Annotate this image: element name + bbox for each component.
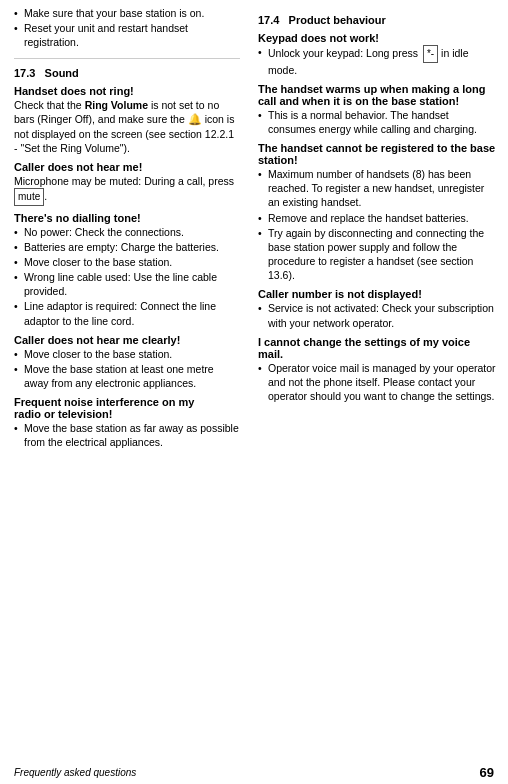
list-item: Service is not activated: Check your sub… <box>258 301 498 329</box>
list-item: Try again by disconnecting and connectin… <box>258 226 498 283</box>
right-column: 17.4 Product behaviour Keypad does not w… <box>248 0 508 784</box>
ring-volume-label: Ring Volume <box>85 99 148 111</box>
list-item: Operator voice mail is managed by your o… <box>258 361 498 404</box>
section-title: Sound <box>45 67 79 79</box>
no-dialling-tone-list: No power: Check the connections. Batteri… <box>14 225 240 328</box>
section-number: 17.3 <box>14 67 35 79</box>
list-item: Move the base station at least one metre… <box>14 362 240 390</box>
mute-button-icon: mute <box>14 188 44 206</box>
frequent-noise-heading-line1: Frequent noise interference on my <box>14 396 194 408</box>
intro-bullet-list: Make sure that your base station is on. … <box>14 6 240 50</box>
cannot-register-list: Maximum number of handsets (8) has been … <box>258 167 498 282</box>
handset-warms-list: This is a normal behavior. The handset c… <box>258 108 498 136</box>
caller-not-hear-heading: Caller does not hear me! <box>14 161 240 173</box>
list-item: This is a normal behavior. The handset c… <box>258 108 498 136</box>
keypad-body-pre: Unlock your keypad: Long press <box>268 47 418 59</box>
cannot-register-heading: The handset cannot be registered to the … <box>258 142 498 166</box>
left-column: Make sure that your base station is on. … <box>0 0 248 784</box>
list-item: No power: Check the connections. <box>14 225 240 239</box>
caller-not-hear-clearly-heading: Caller does not hear me clearly! <box>14 334 240 346</box>
list-item: Unlock your keypad: Long press *- in idl… <box>258 45 498 77</box>
list-item: Wrong line cable used: Use the line cabl… <box>14 270 240 298</box>
page-container: Make sure that your base station is on. … <box>0 0 508 784</box>
section-17-4-heading: 17.4 Product behaviour <box>258 14 498 26</box>
page-footer: Frequently asked questions 69 <box>0 765 508 780</box>
frequent-noise-list: Move the base station as far away as pos… <box>14 421 240 449</box>
section-17-3-heading: 17.3 Sound <box>14 67 240 79</box>
no-dialling-tone-heading: There's no dialling tone! <box>14 212 240 224</box>
ring-icon: 🔔 <box>188 113 202 125</box>
list-item: Make sure that your base station is on. <box>14 6 240 20</box>
frequent-noise-heading: Frequent noise interference on my radio … <box>14 396 240 420</box>
caller-not-hear-body: Microphone may be muted: During a call, … <box>14 174 240 206</box>
section-divider <box>14 58 240 59</box>
section-17-3: 17.3 Sound Handset does not ring! Check … <box>14 67 240 450</box>
footer-page-number: 69 <box>480 765 494 780</box>
voice-mail-list: Operator voice mail is managed by your o… <box>258 361 498 404</box>
keypad-not-work-heading: Keypad does not work! <box>258 32 498 44</box>
handset-not-ring-heading: Handset does not ring! <box>14 85 240 97</box>
list-item: Maximum number of handsets (8) has been … <box>258 167 498 210</box>
section-17-4-number: 17.4 <box>258 14 279 26</box>
list-item: Move closer to the base station. <box>14 347 240 361</box>
frequent-noise-heading-bold: radio or television! <box>14 408 112 420</box>
list-item: Move the base station as far away as pos… <box>14 421 240 449</box>
keypad-not-work-list: Unlock your keypad: Long press *- in idl… <box>258 45 498 77</box>
handset-warms-heading: The handset warms up when making a long … <box>258 83 498 107</box>
caller-not-displayed-list: Service is not activated: Check your sub… <box>258 301 498 329</box>
footer-left-text: Frequently asked questions <box>14 767 136 778</box>
handset-not-ring-body: Check that the Ring Volume is not set to… <box>14 98 240 155</box>
list-item: Line adaptor is required: Connect the li… <box>14 299 240 327</box>
list-item: Reset your unit and restart handset regi… <box>14 21 240 49</box>
list-item: Remove and replace the handset batteries… <box>258 211 498 225</box>
voice-mail-heading: I cannot change the settings of my voice… <box>258 336 498 360</box>
list-item: Batteries are empty: Charge the batterie… <box>14 240 240 254</box>
section-17-4-title: Product behaviour <box>289 14 386 26</box>
list-item: Move closer to the base station. <box>14 255 240 269</box>
caller-not-displayed-heading: Caller number is not displayed! <box>258 288 498 300</box>
caller-not-hear-clearly-list: Move closer to the base station. Move th… <box>14 347 240 391</box>
keypad-star-icon: *- <box>423 45 438 63</box>
section-17-4: 17.4 Product behaviour Keypad does not w… <box>258 14 498 403</box>
